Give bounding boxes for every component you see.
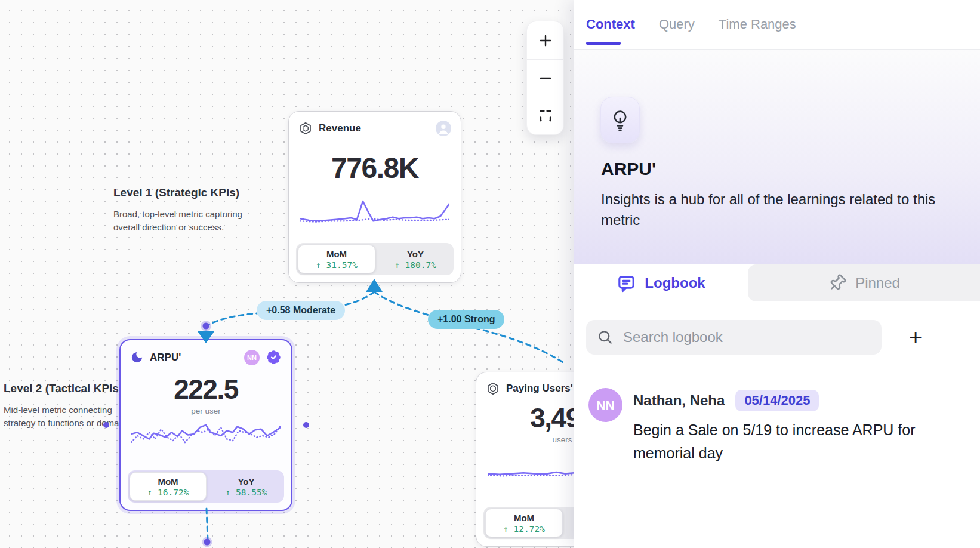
logbook-search-box[interactable]	[586, 320, 882, 355]
metric-tree-canvas[interactable]: Level 1 (Strategic KPIs) Broad, top-leve…	[0, 0, 574, 548]
sparkline-chart	[488, 451, 574, 483]
metric-value: 776.8K	[289, 152, 461, 184]
owner-avatar-icon	[436, 121, 451, 136]
connection-dot-bottom[interactable]	[204, 539, 211, 546]
logbook-label: Logbook	[645, 275, 705, 291]
yoy-stat[interactable]	[565, 507, 574, 539]
tab-pinned[interactable]: Pinned	[748, 264, 980, 301]
context-panel: Context Query Time Ranges ARPU' Insights…	[574, 0, 980, 548]
stats-row: MoM ↑ 31.57% YoY ↑ 180.7%	[296, 243, 454, 275]
fullscreen-icon	[538, 109, 553, 123]
metrics-app: Level 1 (Strategic KPIs) Broad, top-leve…	[0, 0, 980, 548]
metric-hero-section: ARPU' Insights is a hub for all of the l…	[574, 50, 980, 264]
logbook-pinned-tabs: Logbook Pinned	[574, 264, 980, 301]
yoy-label: YoY	[407, 249, 424, 259]
logbook-entry[interactable]: NN Nathan, Neha 05/14/2025 Begin a Sale …	[588, 388, 968, 465]
level1-title: Level 1 (Strategic KPIs)	[113, 186, 242, 199]
entry-avatar: NN	[588, 388, 622, 422]
mom-stat[interactable]: MoM ↑ 16.72%	[130, 472, 207, 501]
stats-row: MoM ↑ 12.72%	[483, 507, 574, 539]
metric-hexagon-icon	[298, 121, 313, 136]
logbook-chat-icon	[617, 273, 636, 293]
owner-initials-badge: NN	[244, 350, 260, 365]
zoom-out-button[interactable]	[527, 59, 563, 97]
minus-icon	[538, 70, 553, 86]
metric-card-paying-users[interactable]: Paying Users' 3,499 users MoM ↑ 12.72%	[476, 372, 574, 547]
lightbulb-icon	[609, 109, 631, 131]
entry-date-badge[interactable]: 05/14/2025	[735, 390, 819, 411]
entry-author: Nathan, Neha	[633, 392, 725, 409]
canvas-zoom-toolbar	[526, 21, 564, 135]
connection-dot[interactable]	[203, 323, 209, 330]
level1-line1: Broad, top-level metric capturing	[113, 208, 242, 221]
correlation-badge-moderate[interactable]: +0.58 Moderate	[257, 301, 345, 320]
card-title: ARPU'	[150, 352, 181, 364]
search-icon	[597, 329, 614, 346]
yoy-label: YoY	[238, 476, 254, 487]
level2-line2: strategy to functions or domains.	[4, 417, 133, 430]
sparkline-chart	[131, 421, 281, 455]
stats-row: MoM ↑ 16.72% YoY ↑ 58.55%	[128, 470, 284, 503]
metric-unit: users	[476, 435, 574, 444]
moon-icon	[130, 350, 144, 364]
plus-icon	[538, 33, 553, 48]
tab-time-ranges[interactable]: Time Ranges	[719, 0, 796, 49]
edge-arpu-down	[207, 509, 208, 540]
connection-dot-halo	[202, 537, 212, 547]
tab-logbook[interactable]: Logbook	[574, 264, 748, 301]
metric-value: 222.5	[121, 373, 291, 405]
correlation-badge-strong[interactable]: +1.00 Strong	[428, 310, 504, 329]
metric-unit: per user	[121, 407, 291, 415]
mom-stat[interactable]: MoM ↑ 12.72%	[485, 509, 563, 537]
panel-tab-bar: Context Query Time Ranges	[574, 0, 980, 50]
mom-label: MoM	[326, 249, 347, 259]
card-title: Revenue	[319, 122, 361, 134]
tab-query[interactable]: Query	[659, 0, 695, 49]
entry-text: Begin a Sale on 5/19 to increase ARPU fo…	[633, 418, 932, 465]
mom-value: ↑ 16.72%	[147, 488, 189, 497]
tab-context[interactable]: Context	[586, 0, 635, 49]
pinned-label: Pinned	[855, 275, 900, 291]
mom-label: MoM	[158, 476, 178, 487]
level2-title: Level 2 (Tactical KPIs)	[4, 382, 133, 395]
level2-line1: Mid-level metric connecting	[4, 404, 133, 417]
metric-hexagon-icon	[486, 381, 500, 396]
mom-stat[interactable]: MoM ↑ 31.57%	[298, 245, 375, 273]
insight-icon-tile	[600, 97, 640, 143]
metric-card-revenue[interactable]: Revenue 776.8K MoM ↑ 3	[288, 111, 461, 283]
yoy-value: ↑ 58.55%	[226, 488, 267, 497]
level1-annotation: Level 1 (Strategic KPIs) Broad, top-leve…	[113, 186, 242, 234]
add-log-entry-button[interactable]: +	[902, 324, 929, 350]
connection-dot-right[interactable]	[303, 422, 309, 428]
level2-annotation: Level 2 (Tactical KPIs) Mid-level metric…	[4, 382, 133, 430]
card-title: Paying Users'	[506, 383, 573, 395]
logbook-search-row: +	[574, 320, 980, 356]
zoom-in-button[interactable]	[527, 21, 563, 59]
connection-dot-halo	[201, 321, 211, 331]
yoy-value: ↑ 180.7%	[395, 260, 436, 270]
verified-badge-icon	[266, 349, 282, 365]
mom-value: ↑ 12.72%	[503, 524, 545, 534]
yoy-stat[interactable]: YoY ↑ 180.7%	[377, 243, 454, 275]
yoy-stat[interactable]: YoY ↑ 58.55%	[208, 470, 284, 503]
mom-label: MoM	[514, 513, 534, 523]
mom-value: ↑ 31.57%	[316, 260, 358, 270]
level1-line2: overall direction or success.	[113, 221, 242, 234]
metric-name-heading: ARPU'	[601, 159, 656, 179]
search-input[interactable]	[622, 328, 871, 346]
pushpin-icon	[828, 273, 847, 293]
metric-value: 3,499	[476, 402, 574, 434]
fit-view-button[interactable]	[527, 97, 563, 134]
entry-content: Nathan, Neha 05/14/2025 Begin a Sale on …	[633, 388, 968, 465]
metric-description: Insights is a hub for all of the learnin…	[601, 189, 953, 230]
metric-card-arpu[interactable]: ARPU' NN 222.5 per user MoM ↑ 16.72%	[119, 339, 292, 511]
sparkline-chart	[300, 194, 449, 227]
